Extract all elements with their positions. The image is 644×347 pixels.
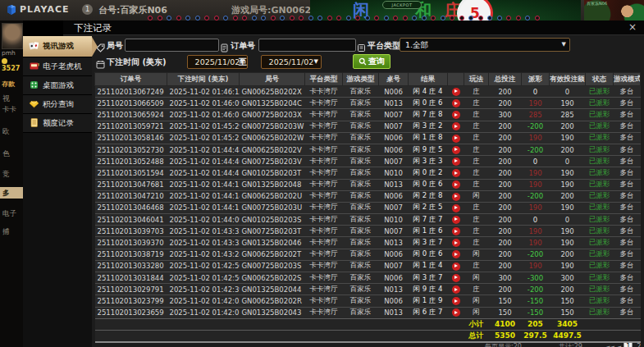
cell-replay: [448, 109, 464, 121]
play-icon[interactable]: [452, 263, 460, 271]
cell-replay: [448, 121, 464, 132]
cell-table-no: N013: [379, 307, 409, 318]
dealer-video-thumbnail[interactable]: 百家乐N06: [584, 0, 644, 21]
cell-bet-time: 2025-11-02 01:44:17: [167, 179, 240, 190]
play-icon[interactable]: [452, 227, 460, 235]
cell-total-bet: 200: [489, 121, 522, 132]
round-input[interactable]: [125, 39, 219, 52]
column-header: 桌号: [379, 73, 409, 86]
play-icon[interactable]: [452, 216, 460, 224]
play-icon[interactable]: [452, 285, 460, 294]
play-icon[interactable]: [452, 204, 460, 212]
play-icon[interactable]: [452, 297, 460, 305]
cell-table-no: N007: [379, 156, 409, 167]
cell-result: 闲 3 庄 2: [409, 121, 448, 132]
brand-name: PLAYACE: [20, 4, 70, 15]
play-icon[interactable]: [452, 158, 460, 166]
cell-round-no: GN00725B0203X: [240, 109, 305, 121]
cell-game-mode: 多台: [614, 202, 641, 213]
table-row: 2511020130297912025-11-02 01:42:39GN0132…: [95, 284, 641, 295]
cell-platform: 卡卡湾厅: [305, 179, 343, 190]
platform-select[interactable]: 1.全部▼: [400, 38, 570, 52]
cell-table-no: N006: [379, 190, 409, 202]
cell-replay: [448, 214, 464, 226]
cell-table-no: N006: [379, 272, 409, 284]
cell-platform: 卡卡湾厅: [305, 260, 343, 272]
cell-platform: 卡卡湾厅: [305, 167, 343, 179]
table-row: 2511020130581462025-11-02 01:45:21GN0062…: [95, 132, 641, 144]
cell-bet-type: 庄: [464, 121, 489, 132]
deposit-button[interactable]: 存款: [2, 80, 15, 89]
magnifier-icon: [359, 57, 367, 66]
cell-result: 闲 9 庄 5: [409, 144, 448, 155]
search-button[interactable]: 查询: [353, 54, 391, 69]
cell-bet-time: 2025-11-02 01:46:07: [167, 109, 240, 121]
cell-status: 已派彩: [586, 109, 614, 121]
order-input[interactable]: [258, 39, 356, 52]
column-header: 订单号: [95, 73, 167, 86]
play-icon[interactable]: [452, 111, 460, 119]
avatar[interactable]: [2, 23, 23, 49]
menu-item-视讯游戏[interactable]: 视讯游戏: [23, 36, 92, 57]
lobby-item[interactable]: 多: [0, 187, 23, 199]
cell-game-mode: 多台: [614, 167, 641, 179]
cell-game-mode: 多台: [614, 98, 641, 109]
column-header: 结果: [409, 73, 448, 86]
cell-round-no: GN00725B0203S: [240, 260, 305, 272]
cell-round-no: GN01325B02046: [240, 237, 305, 249]
cell-status: 已派彩: [586, 132, 614, 144]
lobby-item[interactable]: 竞: [0, 168, 23, 180]
play-icon[interactable]: [452, 122, 460, 130]
lobby-item[interactable]: 捕: [0, 226, 23, 237]
prev-page-icon[interactable]: ◄: [617, 344, 621, 347]
cell-platform: 卡卡湾厅: [305, 156, 343, 167]
menu-item-label: 视讯游戏: [43, 41, 74, 52]
order-filter-label: 订单号: [231, 40, 255, 52]
cell-total-bet: 200: [489, 260, 522, 272]
date-to-select[interactable]: 2025/11/02▼: [261, 55, 322, 69]
cell-game-mode: 多台: [614, 190, 641, 202]
play-icon[interactable]: [452, 250, 460, 258]
menu-item-积分查询[interactable]: 积分查询: [23, 95, 92, 114]
play-icon[interactable]: [452, 274, 460, 282]
menu-item-桌面游戏[interactable]: 桌面游戏: [23, 76, 92, 95]
lobby-item[interactable]: 色: [0, 148, 23, 159]
play-icon[interactable]: [452, 308, 460, 317]
page-number[interactable]: 2: [635, 343, 642, 347]
cell-bet-type: 庄: [464, 179, 489, 190]
play-icon[interactable]: [452, 146, 460, 154]
cell-platform: 卡卡湾厅: [305, 237, 343, 249]
page-number[interactable]: 1: [623, 342, 633, 347]
first-page-icon[interactable]: ◄◄: [605, 344, 614, 347]
close-icon[interactable]: ×: [628, 21, 637, 33]
lobby-item[interactable]: 卡卡: [0, 103, 23, 115]
play-icon[interactable]: [452, 99, 460, 107]
cell-valid-bet: 200: [550, 284, 586, 295]
play-icon[interactable]: [452, 88, 460, 96]
cell-replay: [448, 98, 464, 109]
lobby-item[interactable]: 视: [0, 93, 23, 104]
menu-item-电子老虎机[interactable]: 电子老虎机: [23, 57, 92, 76]
play-icon[interactable]: [452, 169, 460, 177]
cell-bet-time: 2025-11-02 01:44:41: [167, 167, 240, 179]
cell-bet-time: 2025-11-02 01:44:09: [167, 214, 240, 226]
doc-icon: [29, 117, 39, 130]
play-icon[interactable]: [452, 239, 460, 247]
cell-status: 已派彩: [586, 260, 614, 272]
cell-game-type: 百家乐: [343, 295, 379, 307]
cell-platform: 卡卡湾厅: [305, 144, 343, 155]
cell-round-no: GN00625B0202U: [240, 190, 305, 202]
play-icon[interactable]: [452, 180, 460, 189]
menu-item-额度记录[interactable]: 额度记录: [23, 114, 92, 133]
cell-bet-time: 2025-11-02 01:42:01: [167, 307, 240, 318]
cell-total-bet: 200: [489, 167, 522, 179]
lobby-item[interactable]: 欧: [0, 126, 23, 137]
cell-result: 闲 9 庄 4: [409, 284, 448, 295]
cell-valid-bet: 190: [550, 202, 586, 213]
cell-order-no: 251102013051594: [95, 167, 167, 179]
lobby-item[interactable]: 电子: [0, 208, 23, 219]
play-icon[interactable]: [452, 193, 460, 201]
cell-table-no: N007: [379, 202, 409, 213]
cell-bet-time: 2025-11-02 01:43:28: [167, 249, 240, 260]
play-icon[interactable]: [452, 135, 460, 143]
